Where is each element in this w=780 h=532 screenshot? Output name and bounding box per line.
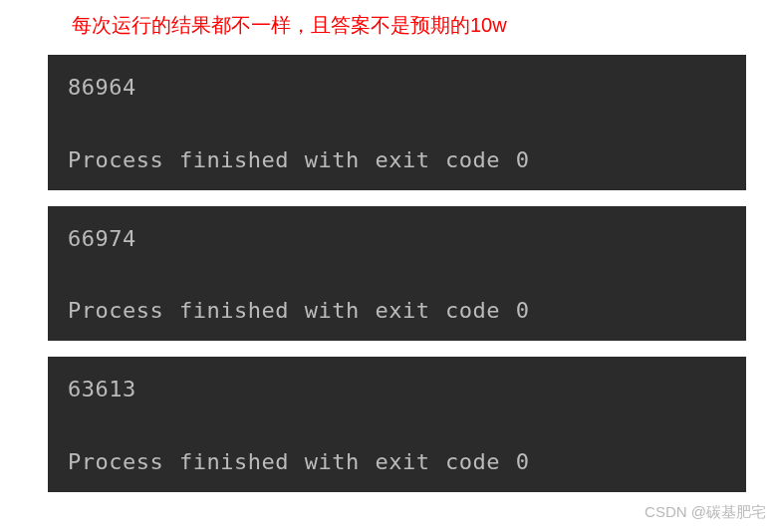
console-output-block: 66974 Process finished with exit code 0 — [48, 206, 746, 342]
process-finished-line: Process finished with exit code 0 — [68, 447, 726, 478]
process-finished-line: Process finished with exit code 0 — [68, 296, 726, 327]
output-number: 86964 — [68, 73, 726, 104]
caption-text: 每次运行的结果都不一样，且答案不是预期的10w — [72, 12, 780, 39]
output-number: 66974 — [68, 224, 726, 255]
watermark-text: CSDN @碳基肥宅 — [645, 503, 766, 522]
console-output-block: 63613 Process finished with exit code 0 — [48, 357, 746, 492]
console-output-block: 86964 Process finished with exit code 0 — [48, 55, 746, 190]
output-number: 63613 — [68, 375, 726, 405]
process-finished-line: Process finished with exit code 0 — [68, 145, 726, 176]
